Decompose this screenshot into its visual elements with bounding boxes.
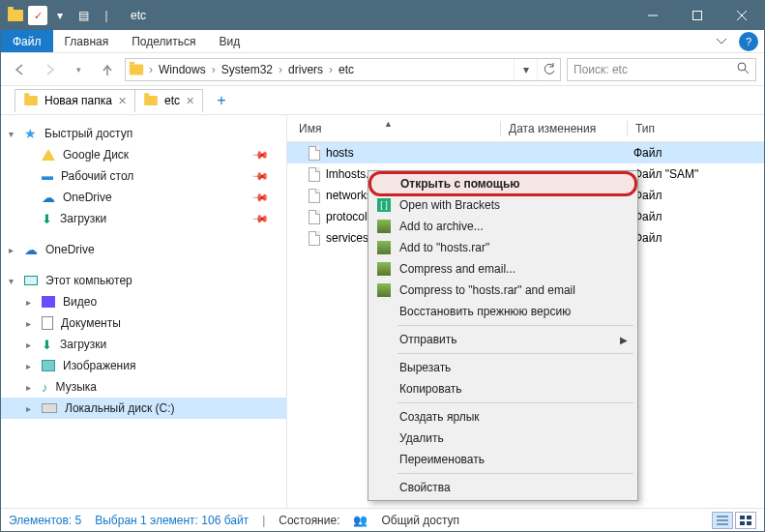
- arrow-left-icon: [14, 63, 27, 76]
- file-name: networks: [326, 189, 372, 202]
- nav-quick-access[interactable]: ▾ ★ Быстрый доступ: [1, 123, 286, 144]
- ctx-add-to-archive[interactable]: Add to archive...: [370, 216, 635, 237]
- minimize-icon: [648, 11, 658, 20]
- help-button[interactable]: ?: [739, 32, 758, 51]
- tab-home[interactable]: Главная: [53, 30, 121, 52]
- details-view-button[interactable]: [712, 512, 733, 529]
- file-row[interactable]: hosts Файл: [287, 142, 764, 163]
- ctx-compress-email[interactable]: Compress and email...: [370, 258, 635, 280]
- address-history-button[interactable]: ▾: [514, 59, 537, 80]
- ctx-open-with[interactable]: Открыть с помощью: [368, 171, 637, 196]
- nav-item-google-drive[interactable]: Google Диск 📌: [1, 144, 286, 165]
- minimize-button[interactable]: [631, 1, 675, 30]
- breadcrumb-segment[interactable]: System32: [218, 63, 277, 76]
- ctx-open-with-brackets[interactable]: [ ] Open with Brackets: [370, 194, 635, 216]
- nav-item-music[interactable]: ▸ ♪ Музыка: [1, 376, 286, 398]
- chevron-right-icon[interactable]: ▸: [26, 340, 31, 350]
- chevron-right-icon[interactable]: ▸: [26, 297, 31, 308]
- file-type: Файл "SAM": [626, 167, 764, 181]
- ctx-copy[interactable]: Копировать: [370, 378, 635, 399]
- qat-overflow-icon[interactable]: ▤: [73, 5, 94, 26]
- refresh-button[interactable]: [537, 59, 560, 80]
- nav-item-local-disk-c[interactable]: ▸ Локальный диск (C:): [1, 398, 286, 419]
- ctx-properties[interactable]: Свойства: [370, 477, 635, 498]
- chevron-right-icon[interactable]: ›: [147, 63, 155, 76]
- chevron-right-icon[interactable]: ▸: [26, 403, 31, 414]
- nav-item-onedrive[interactable]: ☁ OneDrive 📌: [1, 187, 286, 208]
- folder-tab[interactable]: Новая папка ✕: [15, 89, 135, 112]
- winrar-icon: [377, 241, 391, 254]
- nav-label: Быстрый доступ: [44, 127, 132, 140]
- tab-close-button[interactable]: ✕: [118, 95, 127, 107]
- ctx-create-shortcut[interactable]: Создать ярлык: [370, 406, 635, 428]
- close-button[interactable]: [720, 1, 764, 30]
- ctx-restore-previous[interactable]: Восстановить прежнюю версию: [370, 301, 635, 322]
- nav-item-pictures[interactable]: ▸ Изображения: [1, 355, 286, 376]
- navigation-pane[interactable]: ▾ ★ Быстрый доступ Google Диск 📌 ▬ Рабоч…: [1, 115, 287, 508]
- recent-locations-button[interactable]: ▾: [67, 58, 90, 81]
- chevron-down-icon[interactable]: ▾: [9, 276, 14, 286]
- ctx-separator: [397, 402, 633, 403]
- chevron-down-icon[interactable]: ▾: [9, 129, 14, 139]
- column-name[interactable]: Имя ▲: [287, 122, 500, 135]
- maximize-button[interactable]: [675, 1, 720, 30]
- chevron-right-icon[interactable]: ▸: [9, 245, 14, 255]
- nav-item-desktop[interactable]: ▬ Рабочий стол 📌: [1, 165, 286, 187]
- thumbnails-view-button[interactable]: [735, 512, 756, 529]
- forward-button[interactable]: [38, 58, 61, 81]
- ribbon-expand-button[interactable]: [710, 30, 733, 52]
- chevron-right-icon[interactable]: ›: [277, 63, 284, 76]
- search-input[interactable]: Поиск: etc: [567, 58, 756, 81]
- nav-item-downloads[interactable]: ⬇ Загрузки 📌: [1, 208, 286, 229]
- breadcrumb-segment[interactable]: Windows: [155, 63, 210, 76]
- ctx-label: Отправить: [399, 333, 457, 346]
- tab-share[interactable]: Поделиться: [120, 30, 207, 52]
- nav-onedrive[interactable]: ▸ ☁ OneDrive: [1, 239, 286, 260]
- search-icon[interactable]: [737, 62, 750, 77]
- chevron-right-icon[interactable]: ▸: [26, 382, 31, 393]
- breadcrumb-segment[interactable]: drivers: [284, 63, 327, 76]
- brackets-icon: [ ]: [377, 198, 391, 212]
- address-bar[interactable]: › Windows › System32 › drivers › etc ▾: [125, 58, 561, 81]
- qat-save-icon[interactable]: ✓: [28, 6, 47, 25]
- chevron-right-icon[interactable]: ▸: [26, 361, 31, 371]
- breadcrumb-segment[interactable]: etc: [335, 63, 358, 76]
- cloud-icon: ☁: [42, 190, 55, 205]
- status-state-label: Состояние:: [279, 514, 339, 527]
- explorer-window: ✓ ▾ ▤ ｜ etc Файл Главная Поделиться Вид …: [0, 0, 765, 532]
- nav-label: Загрузки: [60, 338, 106, 351]
- column-type[interactable]: Тип: [628, 122, 764, 135]
- ctx-compress-hosts-email[interactable]: Compress to "hosts.rar" and email: [370, 280, 635, 301]
- maximize-icon: [692, 11, 702, 20]
- ctx-delete[interactable]: Удалить: [370, 428, 635, 449]
- chevron-right-icon[interactable]: ›: [210, 63, 218, 76]
- nav-label: Документы: [61, 316, 121, 330]
- new-tab-button[interactable]: +: [210, 89, 233, 112]
- file-menu[interactable]: Файл: [1, 30, 53, 52]
- nav-item-videos[interactable]: ▸ Видео: [1, 291, 286, 312]
- qat-dropdown-icon[interactable]: ▾: [49, 5, 71, 26]
- ctx-send-to[interactable]: Отправить ▶: [370, 329, 635, 350]
- ctx-rename[interactable]: Переименовать: [370, 449, 635, 470]
- folder-tab[interactable]: etc ✕: [134, 89, 203, 112]
- up-button[interactable]: [96, 58, 119, 81]
- nav-item-documents[interactable]: ▸ Документы: [1, 312, 286, 334]
- folder-icon: [5, 5, 26, 26]
- column-date[interactable]: Дата изменения: [501, 122, 627, 135]
- arrow-up-icon: [101, 63, 114, 76]
- cloud-icon: ☁: [24, 242, 38, 257]
- tab-close-button[interactable]: ✕: [186, 95, 194, 107]
- back-button[interactable]: [9, 58, 32, 81]
- ctx-cut[interactable]: Вырезать: [370, 357, 635, 378]
- tab-view[interactable]: Вид: [207, 30, 251, 52]
- nav-item-downloads[interactable]: ▸ ⬇ Загрузки: [1, 334, 286, 355]
- nav-label: Локальный диск (C:): [65, 401, 175, 415]
- nav-this-pc[interactable]: ▾ Этот компьютер: [1, 270, 286, 291]
- arrow-right-icon: [43, 63, 56, 76]
- ctx-add-to-hosts-rar[interactable]: Add to "hosts.rar": [370, 237, 635, 258]
- chevron-right-icon[interactable]: ▸: [26, 318, 31, 329]
- context-menu: Открыть с помощью [ ] Open with Brackets…: [368, 170, 638, 501]
- chevron-right-icon[interactable]: ›: [327, 63, 335, 76]
- chevron-down-icon: [717, 39, 726, 44]
- status-bar: Элементов: 5 Выбран 1 элемент: 106 байт …: [1, 508, 764, 531]
